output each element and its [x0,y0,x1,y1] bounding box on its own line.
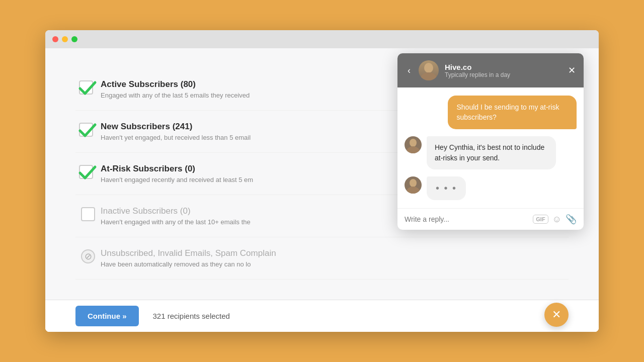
outgoing-bubble: Should I be sending to my at-risk subscr… [448,96,577,129]
footer-bar: Continue » 321 recipients selected ✕ [45,300,599,332]
subscriber-name: Unsubscribed, Invalid Emails, Spam Compl… [101,248,569,258]
chat-input-icons: GIF ☺ 📎 [533,214,577,225]
traffic-light-red[interactable] [52,36,58,42]
svg-point-2 [410,139,417,147]
traffic-light-yellow[interactable] [62,36,68,42]
attach-button[interactable]: 📎 [566,214,577,225]
message-typing: • • • [405,176,577,200]
subscriber-desc: Have been automatically removed as they … [101,260,569,268]
incoming-bubble: Hey Cynthia, it's best not to include at… [427,136,556,169]
subscriber-info-unsubscribed: Unsubscribed, Invalid Emails, Spam Compl… [101,248,569,268]
chat-header: ‹ Hive.co Typically replies in a day [397,53,584,87]
floating-action-button[interactable]: ✕ [544,303,569,327]
browser-window: Active Subscribers (80) Engaged with any… [45,30,599,332]
svg-point-5 [407,187,420,194]
recipients-count: 321 recipients selected [153,312,230,320]
checkbox-at-risk[interactable] [75,165,101,183]
chat-avatar [419,60,439,80]
disabled-icon: ⊘ [81,249,95,263]
agent-avatar [405,136,422,153]
chat-company-name: Hive.co [445,63,562,71]
checkbox-inactive[interactable] [75,207,101,221]
svg-point-1 [421,72,437,80]
checkbox-unsubscribed: ⊘ [75,249,101,263]
chat-close-button[interactable]: ✕ [568,65,576,76]
chat-back-button[interactable]: ‹ [406,65,413,76]
agent-avatar-typing [405,176,422,194]
svg-point-0 [424,63,433,73]
svg-point-4 [410,179,417,187]
gif-button[interactable]: GIF [533,215,548,224]
browser-content: Active Subscribers (80) Engaged with any… [45,48,599,332]
list-item: ⊘ Unsubscribed, Invalid Emails, Spam Com… [75,237,569,280]
chat-body: Should I be sending to my at-risk subscr… [397,87,584,208]
chat-status-text: Typically replies in a day [445,71,562,78]
typing-indicator: • • • [427,176,466,200]
checkbox-new[interactable] [75,123,101,141]
traffic-light-green[interactable] [71,36,77,42]
svg-point-3 [407,146,420,153]
chat-overlay: ‹ Hive.co Typically replies in a day [397,53,584,230]
message-outgoing: Should I be sending to my at-risk subscr… [405,96,577,129]
continue-button[interactable]: Continue » [75,306,139,326]
chat-input-area: GIF ☺ 📎 [397,208,584,230]
main-area: Active Subscribers (80) Engaged with any… [45,48,599,300]
checkbox-active[interactable] [75,80,101,99]
chat-info: Hive.co Typically replies in a day [445,63,562,78]
emoji-button[interactable]: ☺ [552,214,561,225]
chat-reply-input[interactable] [405,215,528,223]
browser-titlebar [45,30,599,48]
message-incoming: Hey Cynthia, it's best not to include at… [405,136,577,169]
